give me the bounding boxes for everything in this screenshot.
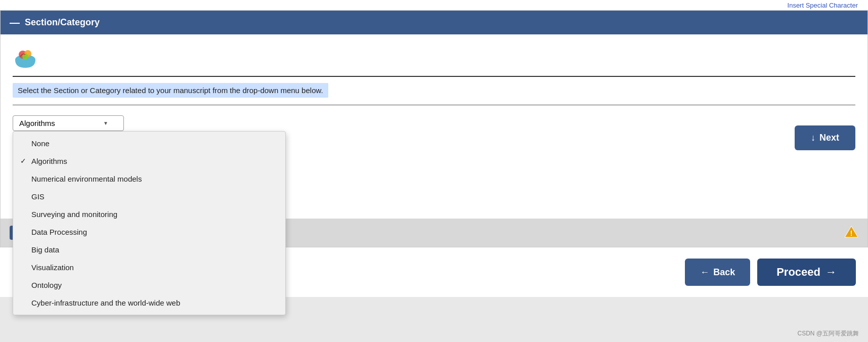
dropdown-item-visualization[interactable]: Visualization	[13, 259, 285, 276]
item-label: Ontology	[31, 281, 62, 289]
back-label: Back	[713, 267, 735, 278]
dropdown-item-cyber[interactable]: Cyber-infrastructure and the world-wide …	[13, 294, 285, 312]
item-label: Surveying and monitoring	[31, 210, 117, 219]
dropdown-list: None Algorithms Numerical environmental …	[13, 131, 286, 315]
back-button[interactable]: ← Back	[685, 259, 750, 286]
bottom-divider	[13, 105, 855, 105]
section-header: — Section/Category	[1, 11, 867, 34]
main-panel: — Section/Category Select the Section or…	[0, 10, 868, 247]
proceed-button[interactable]: Proceed →	[757, 259, 856, 286]
next-button-wrapper: ↓ Next	[795, 125, 855, 150]
dropdown-item-ontology[interactable]: Ontology	[13, 276, 285, 294]
next-label: Next	[819, 133, 839, 143]
dropdown-item-none[interactable]: None	[13, 135, 285, 152]
content-area: Select the Section or Category related t…	[1, 34, 867, 219]
collapse-icon[interactable]: —	[10, 17, 20, 28]
item-label: Visualization	[31, 263, 74, 272]
back-arrow-icon: ←	[700, 267, 709, 278]
category-dropdown-wrapper: Algorithms None Algorithms Numerical env…	[13, 115, 124, 131]
selected-value: Algorithms	[19, 119, 55, 127]
logo-area	[13, 44, 855, 71]
dropdown-item-data-processing[interactable]: Data Processing	[13, 223, 285, 241]
item-label: Cyber-infrastructure and the world-wide …	[31, 298, 180, 307]
top-bar: Insert Special Character	[0, 0, 868, 10]
proceed-label: Proceed	[776, 266, 820, 279]
dropdown-item-gis[interactable]: GIS	[13, 188, 285, 205]
category-select[interactable]: Algorithms	[13, 115, 124, 131]
content-inner: Algorithms None Algorithms Numerical env…	[13, 115, 855, 206]
warning-icon: !	[844, 225, 858, 239]
item-label: GIS	[31, 192, 45, 201]
item-label: Data Processing	[31, 228, 87, 236]
dropdown-item-numerical[interactable]: Numerical environmental models	[13, 170, 285, 188]
item-label: None	[31, 139, 50, 148]
instruction-text: Select the Section or Category related t…	[13, 83, 328, 98]
app-logo	[13, 44, 38, 69]
warning-icon-area: !	[844, 225, 858, 241]
dropdown-item-surveying[interactable]: Surveying and monitoring	[13, 205, 285, 223]
item-label: Numerical environmental models	[31, 175, 142, 183]
dropdown-item-algorithms[interactable]: Algorithms	[13, 152, 285, 170]
next-arrow-icon: ↓	[811, 133, 815, 143]
svg-text:!: !	[850, 229, 853, 237]
item-label: Algorithms	[31, 157, 67, 165]
section-title: Section/Category	[25, 17, 100, 28]
next-button[interactable]: ↓ Next	[795, 125, 855, 150]
proceed-arrow-icon: →	[826, 266, 837, 279]
top-divider	[13, 76, 855, 77]
dropdown-item-big-data[interactable]: Big data	[13, 241, 285, 259]
item-label: Big data	[31, 245, 59, 254]
insert-special-char-link[interactable]: Insert Special Character	[788, 2, 858, 9]
watermark: CSDN @五阿哥爱跳舞	[797, 329, 859, 338]
